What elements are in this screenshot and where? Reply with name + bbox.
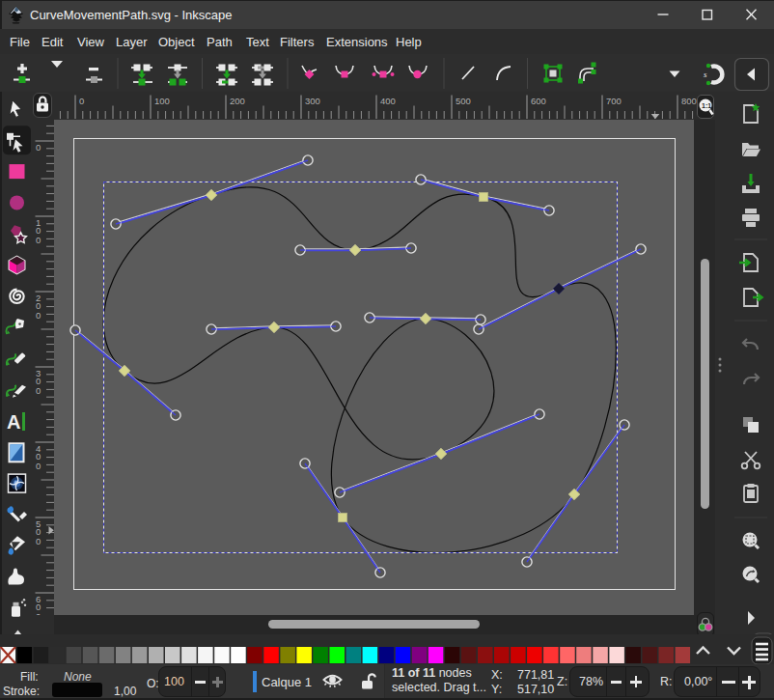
svg-text:0: 0	[36, 310, 41, 321]
svg-text:0: 0	[36, 461, 41, 471]
svg-text:400: 400	[380, 96, 396, 106]
svg-text:600: 600	[531, 96, 546, 106]
svg-text:300: 300	[305, 96, 320, 106]
svg-text:500: 500	[456, 96, 471, 106]
svg-text:700: 700	[606, 96, 622, 106]
svg-text:200: 200	[230, 96, 245, 106]
svg-text:A: A	[7, 411, 20, 433]
svg-text:0: 0	[79, 96, 84, 106]
svg-text:800: 800	[681, 96, 697, 106]
svg-text:0: 0	[36, 142, 41, 153]
svg-text:s: s	[704, 70, 707, 79]
svg-text:0: 0	[36, 611, 41, 615]
svg-text:100: 100	[154, 96, 170, 106]
svg-text:0: 0	[36, 536, 41, 546]
svg-text:1:1: 1:1	[702, 102, 711, 109]
svg-text:0: 0	[36, 235, 41, 245]
svg-text:0: 0	[36, 385, 41, 396]
